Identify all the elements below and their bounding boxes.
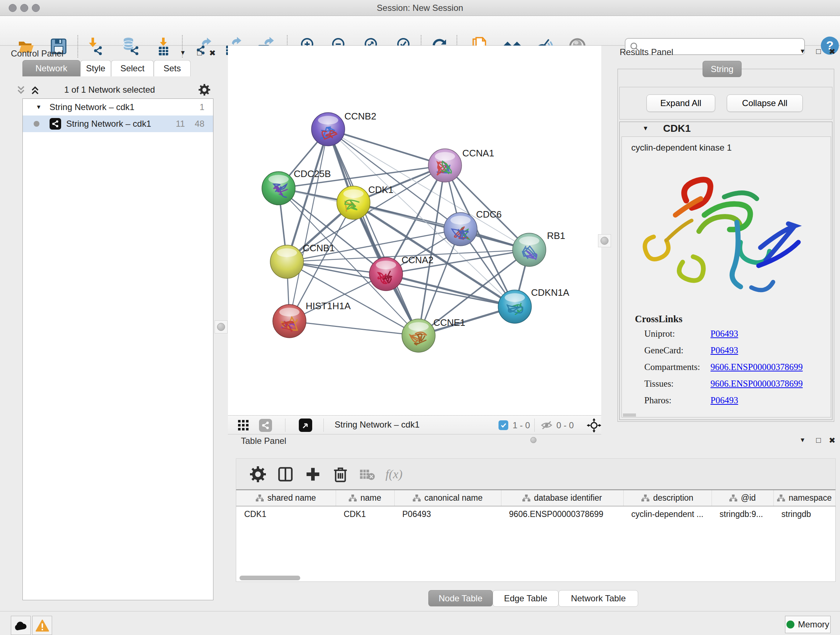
network-share-icon bbox=[50, 118, 61, 130]
network-options-gear-icon[interactable] bbox=[199, 84, 210, 96]
gene-section: ▼ CDK1 cyclin-dependent kinase 1 bbox=[619, 122, 832, 420]
tree-expander-icon[interactable]: ▼ bbox=[36, 104, 42, 111]
network-row-selected[interactable]: String Network – cdk1 11 48 bbox=[23, 116, 213, 132]
table-header-row: shared namenamecanonical namedatabase id… bbox=[236, 490, 835, 506]
node-label-CDK1: CDK1 bbox=[368, 184, 393, 195]
column-header-shared-name[interactable]: shared name bbox=[236, 490, 336, 506]
node-CCNE1[interactable]: CCNE1 bbox=[402, 317, 465, 352]
statusbar-divider bbox=[285, 418, 286, 432]
memory-label: Memory bbox=[798, 619, 829, 630]
memory-button[interactable]: Memory bbox=[785, 616, 831, 633]
node-CCNA2[interactable]: CCNA2 bbox=[369, 255, 433, 291]
node-label-CCNB1: CCNB1 bbox=[303, 242, 335, 253]
gene-section-expander-icon[interactable]: ▼ bbox=[643, 125, 649, 132]
node-CCNA1[interactable]: CCNA1 bbox=[428, 148, 494, 182]
table-cell[interactable]: P06493 bbox=[394, 506, 501, 522]
gene-symbol: CDK1 bbox=[663, 123, 691, 134]
results-hscrollbar-thumb[interactable] bbox=[623, 413, 636, 417]
string-network-graph[interactable]: CCNB2CCNA1CDC25BCDK1CDC6RB1CCNB1CCNA2CDK… bbox=[228, 46, 601, 415]
column-header-database-identifier[interactable]: database identifier bbox=[501, 490, 623, 506]
warnings-button[interactable] bbox=[32, 616, 52, 635]
tab-node-table[interactable]: Node Table bbox=[428, 590, 493, 606]
column-header-description[interactable]: description bbox=[623, 490, 712, 506]
panel-float-icon[interactable]: □ bbox=[816, 47, 821, 56]
expand-all-button[interactable]: Expand All bbox=[646, 95, 715, 112]
node-label-HIST1H1A: HIST1H1A bbox=[306, 301, 351, 311]
crosslink-link[interactable]: P06493 bbox=[711, 329, 738, 339]
show-columns-icon[interactable] bbox=[278, 466, 294, 482]
delete-column-trash-icon[interactable] bbox=[332, 466, 348, 482]
panel-close-icon[interactable]: ✖ bbox=[209, 49, 216, 58]
node-label-CDC25B: CDC25B bbox=[294, 168, 331, 179]
results-panel-title: Results Panel bbox=[620, 47, 673, 57]
crosslink-link[interactable]: P06493 bbox=[711, 345, 738, 356]
tab-network[interactable]: Network bbox=[22, 60, 80, 76]
column-header-canonical-name[interactable]: canonical name bbox=[394, 490, 501, 506]
panel-float-icon[interactable]: □ bbox=[197, 48, 202, 57]
network-canvas[interactable]: CCNB2CCNA1CDC25BCDK1CDC6RB1CCNB1CCNA2CDK… bbox=[228, 46, 601, 415]
panel-float-icon[interactable]: □ bbox=[816, 435, 821, 445]
table-cell[interactable]: stringdb:9... bbox=[712, 506, 774, 522]
crosslink-row: Compartments:9606.ENSP00000378699 bbox=[622, 362, 831, 379]
tab-style[interactable]: Style bbox=[80, 60, 111, 76]
table-options-gear-icon[interactable] bbox=[250, 466, 266, 482]
table-cell[interactable]: 9606.ENSP00000378699 bbox=[501, 506, 623, 522]
title-bar: Session: New Session bbox=[0, 0, 840, 16]
birdseye-view-icon[interactable] bbox=[299, 418, 312, 432]
left-splitter-handle[interactable] bbox=[215, 320, 227, 333]
selected-count: 1 - 0 bbox=[513, 420, 530, 431]
crosshair-pan-icon[interactable] bbox=[587, 418, 601, 432]
gene-description: cyclin-dependent kinase 1 bbox=[631, 143, 732, 153]
node-RB1[interactable]: RB1 bbox=[513, 230, 565, 266]
column-header-name[interactable]: name bbox=[336, 490, 394, 506]
control-panel-tabs: NetworkStyleSelectSets bbox=[22, 60, 191, 76]
tab-select[interactable]: Select bbox=[111, 60, 154, 76]
table-tabs: Node TableEdge TableNetwork Table bbox=[428, 590, 638, 607]
network-share-view-icon[interactable] bbox=[259, 419, 272, 432]
node-table[interactable]: shared namenamecanonical namedatabase id… bbox=[236, 489, 836, 582]
panel-close-icon[interactable]: ✖ bbox=[829, 47, 835, 57]
panel-collapse-icon[interactable]: ▼ bbox=[180, 49, 186, 57]
collection-label: String Network – cdk1 bbox=[50, 102, 134, 112]
control-panel-title: Control Panel bbox=[11, 49, 63, 59]
selected-checkbox-icon[interactable] bbox=[499, 420, 508, 430]
create-column-plus-icon[interactable] bbox=[305, 466, 321, 482]
crosslink-link[interactable]: 9606.ENSP00000378699 bbox=[711, 362, 803, 372]
edge-CCNE1-HIST1H1A[interactable] bbox=[289, 321, 418, 336]
table-hscrollbar-thumb[interactable] bbox=[240, 576, 300, 580]
cloud-icon bbox=[14, 620, 28, 631]
hidden-eye-slash-icon[interactable] bbox=[540, 420, 553, 430]
grid-view-icon[interactable] bbox=[238, 420, 249, 431]
tab-network-table[interactable]: Network Table bbox=[559, 590, 638, 607]
panel-close-icon[interactable]: ✖ bbox=[829, 436, 835, 445]
panel-collapse-icon[interactable]: ▼ bbox=[799, 437, 806, 444]
tab-edge-table[interactable]: Edge Table bbox=[493, 590, 559, 607]
node-CDKN1A[interactable]: CDKN1A bbox=[498, 287, 569, 323]
table-cell[interactable]: cyclin-dependent ... bbox=[623, 506, 712, 522]
column-header-@id[interactable]: @id bbox=[712, 490, 774, 506]
cloud-status-button[interactable] bbox=[11, 616, 31, 635]
node-HIST1H1A[interactable]: HIST1H1A bbox=[273, 301, 351, 338]
panel-collapse-icon[interactable]: ▼ bbox=[799, 48, 806, 55]
table-cell[interactable]: CDK1 bbox=[336, 506, 394, 522]
table-row[interactable]: CDK1CDK1P064939606.ENSP00000378699cyclin… bbox=[236, 506, 835, 522]
table-cell[interactable]: CDK1 bbox=[236, 506, 336, 522]
main-toolbar: ? bbox=[0, 16, 840, 46]
edge-CCNB2-HIST1H1A[interactable] bbox=[289, 129, 328, 321]
node-CDC25B[interactable]: CDC25B bbox=[262, 168, 331, 205]
column-header-namespace[interactable]: namespace bbox=[774, 490, 835, 506]
tab-string[interactable]: String bbox=[703, 61, 742, 77]
node-CCNB1[interactable]: CCNB1 bbox=[270, 242, 335, 279]
crosslink-link[interactable]: P06493 bbox=[711, 395, 738, 405]
table-panel-title: Table Panel bbox=[241, 436, 286, 446]
network-collection-row[interactable]: ▼ String Network – cdk1 1 bbox=[23, 99, 213, 116]
protein-structure-image bbox=[632, 157, 813, 306]
collapse-all-button[interactable]: Collapse All bbox=[727, 95, 803, 112]
table-cell[interactable]: stringdb bbox=[774, 506, 835, 522]
crosslink-link[interactable]: 9606.ENSP00000378699 bbox=[711, 379, 803, 389]
node-label-RB1: RB1 bbox=[547, 230, 565, 241]
statusbar-divider bbox=[534, 418, 535, 432]
tab-sets[interactable]: Sets bbox=[154, 60, 191, 76]
edge-CCNB2-CCNA1[interactable] bbox=[328, 129, 445, 165]
right-splitter-handle[interactable] bbox=[598, 234, 611, 247]
